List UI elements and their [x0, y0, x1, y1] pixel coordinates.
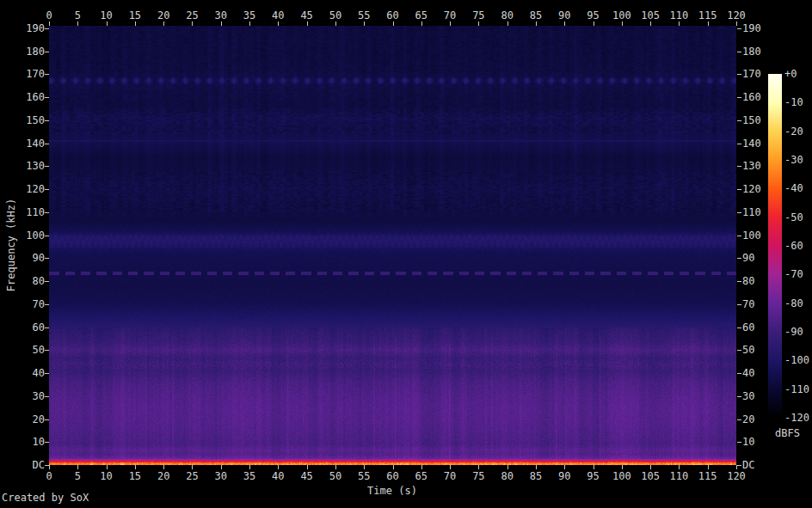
tick-mark [249, 465, 250, 469]
tick-label: 120 [727, 10, 746, 21]
tick-label: 15 [129, 471, 141, 482]
tick-label: 35 [243, 471, 255, 482]
tick-mark [536, 465, 537, 469]
tick-label: 30 [215, 471, 227, 482]
tick-label: DC [15, 460, 45, 471]
tick-label: 170 [15, 69, 45, 80]
tick-label: DC [742, 460, 754, 471]
tick-label: 100 [15, 230, 45, 241]
tick-label: -10 [784, 97, 803, 108]
tick-mark [564, 465, 565, 469]
tick-label: -90 [784, 327, 803, 338]
tick-label: 55 [358, 10, 370, 21]
tick-label: 110 [742, 206, 761, 217]
tick-label: -60 [784, 241, 803, 252]
tick-mark [45, 74, 49, 75]
tick-mark [679, 21, 680, 26]
tick-label: 40 [272, 10, 284, 21]
tick-label: -80 [784, 297, 803, 309]
tick-mark [45, 419, 49, 420]
tick-label: 85 [530, 471, 542, 482]
tick-label: 10 [100, 471, 112, 482]
tick-mark [335, 465, 336, 469]
tick-label: 120 [742, 184, 761, 195]
tick-mark [737, 189, 741, 190]
tick-label: 5 [75, 10, 81, 21]
tick-label: 60 [386, 10, 398, 21]
tick-mark [708, 465, 709, 469]
tick-label: 40 [15, 368, 45, 379]
tick-label: 75 [472, 10, 484, 21]
tick-mark [45, 166, 49, 167]
tick-mark [77, 21, 78, 26]
tick-label: 0 [46, 471, 52, 482]
tick-label: 85 [530, 10, 542, 21]
tick-label: 105 [641, 471, 660, 482]
tick-mark [45, 258, 49, 259]
tick-label: 110 [670, 471, 689, 482]
tick-label: -20 [784, 125, 803, 137]
tick-mark [622, 21, 623, 26]
tick-mark [679, 465, 680, 469]
tick-mark [221, 465, 222, 469]
tick-mark [650, 465, 651, 469]
tick-label: 100 [612, 10, 631, 21]
tick-label: 15 [129, 10, 141, 21]
tick-mark [45, 144, 49, 144]
tick-label: 80 [15, 276, 45, 287]
tick-mark [135, 21, 136, 26]
tick-mark [594, 465, 594, 469]
tick-mark [364, 465, 365, 469]
tick-label: 100 [742, 230, 761, 241]
tick-mark [192, 21, 193, 26]
tick-mark [45, 28, 49, 29]
tick-mark [737, 350, 741, 351]
tick-mark [307, 465, 308, 469]
tick-label: 180 [742, 46, 761, 57]
tick-label: 80 [742, 276, 754, 287]
tick-mark [45, 304, 49, 305]
tick-mark [307, 21, 308, 26]
tick-mark [335, 21, 336, 26]
tick-label: 170 [742, 69, 761, 80]
tick-mark [737, 120, 741, 121]
tick-mark [249, 21, 250, 26]
tick-mark [45, 442, 49, 443]
tick-label: 180 [15, 46, 45, 57]
tick-label: 120 [727, 471, 746, 482]
tick-mark [737, 144, 741, 144]
tick-mark [135, 465, 136, 469]
tick-mark [650, 21, 651, 26]
tick-label: 65 [415, 10, 428, 21]
tick-label: 160 [742, 92, 761, 103]
tick-mark [737, 373, 741, 374]
tick-label: 40 [272, 471, 284, 482]
tick-label: -120 [784, 413, 809, 424]
tick-mark [737, 74, 741, 75]
tick-label: 45 [300, 10, 312, 21]
tick-label: -70 [784, 269, 803, 280]
tick-mark [508, 21, 508, 26]
tick-mark [107, 21, 108, 26]
tick-label: -30 [784, 155, 803, 166]
tick-mark [45, 281, 49, 282]
tick-label: 70 [444, 471, 456, 482]
tick-label: 30 [15, 390, 45, 401]
tick-mark [737, 258, 741, 259]
tick-mark [536, 21, 537, 26]
tick-label: 50 [15, 345, 45, 356]
tick-label: 120 [15, 184, 45, 195]
tick-label: 150 [742, 114, 761, 125]
tick-label: 5 [75, 471, 81, 482]
tick-mark [45, 396, 49, 397]
tick-label: 90 [558, 10, 570, 21]
tick-label: 50 [329, 471, 341, 482]
tick-mark [421, 21, 422, 26]
tick-label: 0 [46, 10, 52, 21]
tick-mark [163, 465, 164, 469]
tick-mark [737, 28, 741, 29]
tick-mark [77, 465, 78, 469]
tick-label: 60 [742, 321, 754, 333]
spectrogram-canvas [49, 26, 736, 465]
tick-mark [45, 236, 49, 236]
